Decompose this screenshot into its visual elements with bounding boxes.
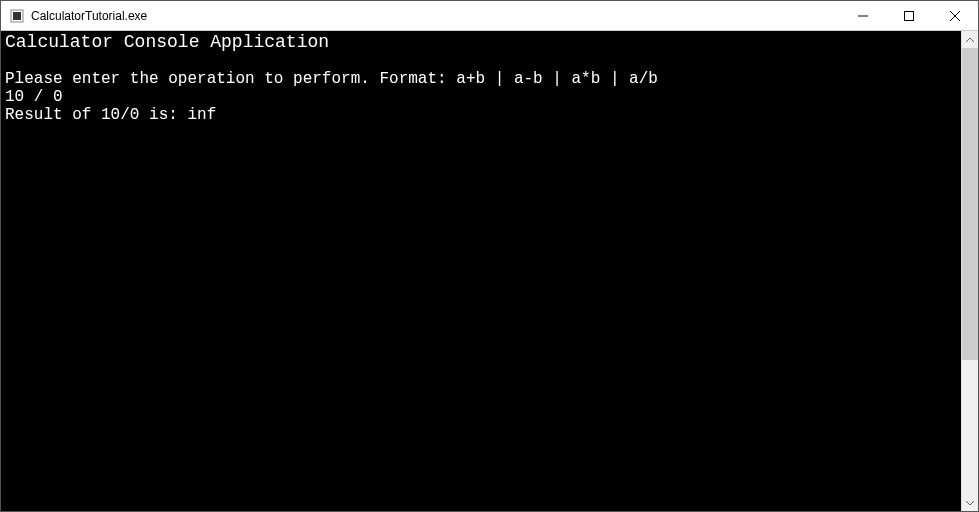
app-icon bbox=[9, 8, 25, 24]
scroll-thumb[interactable] bbox=[962, 48, 978, 360]
close-icon bbox=[950, 11, 960, 21]
scroll-down-button[interactable] bbox=[962, 494, 978, 511]
vertical-scrollbar[interactable] bbox=[961, 31, 978, 511]
chevron-up-icon bbox=[966, 36, 974, 44]
svg-rect-3 bbox=[905, 11, 914, 20]
window-titlebar: CalculatorTutorial.exe bbox=[1, 1, 978, 31]
maximize-button[interactable] bbox=[886, 1, 932, 30]
console-user-input: 10 / 0 bbox=[5, 88, 63, 106]
console-cursor bbox=[5, 126, 13, 142]
console-header: Calculator Console Application bbox=[5, 32, 329, 52]
scroll-track[interactable] bbox=[962, 48, 978, 494]
close-button[interactable] bbox=[932, 1, 978, 30]
chevron-down-icon bbox=[966, 499, 974, 507]
minimize-button[interactable] bbox=[840, 1, 886, 30]
content-area: Calculator Console Application Please en… bbox=[1, 31, 978, 511]
console-result: Result of 10/0 is: inf bbox=[5, 106, 216, 124]
minimize-icon bbox=[858, 11, 868, 21]
window-title: CalculatorTutorial.exe bbox=[31, 9, 147, 23]
maximize-icon bbox=[904, 11, 914, 21]
console-output[interactable]: Calculator Console Application Please en… bbox=[1, 31, 961, 511]
scroll-up-button[interactable] bbox=[962, 31, 978, 48]
console-prompt: Please enter the operation to perform. F… bbox=[5, 70, 658, 88]
window-controls bbox=[840, 1, 978, 30]
svg-rect-1 bbox=[13, 12, 21, 20]
